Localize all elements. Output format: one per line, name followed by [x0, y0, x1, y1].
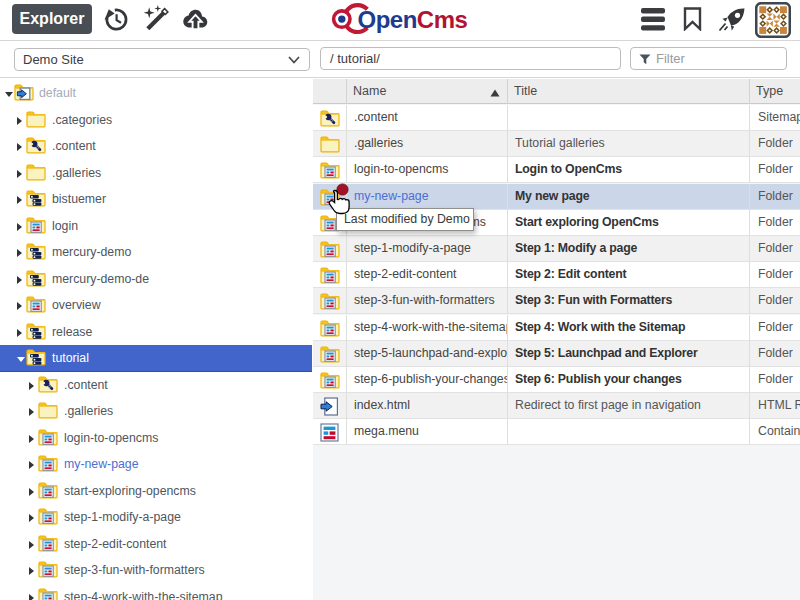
svg-text:OpenCms: OpenCms — [358, 6, 468, 33]
